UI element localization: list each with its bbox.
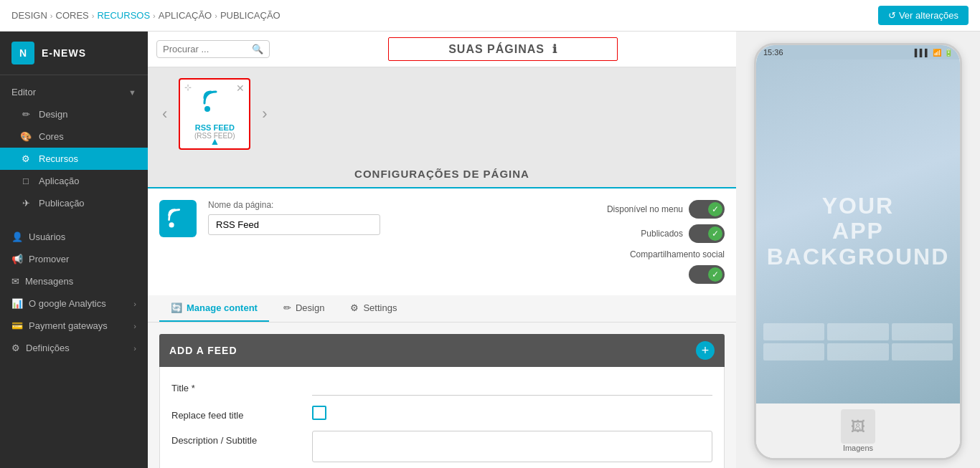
grid-cell-5 [827, 343, 888, 360]
signal-icon: ▌▌▌ [915, 49, 930, 57]
page-card-label: RSS FEED [195, 123, 235, 132]
page-config-body: Nome da página: Disponível no menu ✓ [148, 188, 736, 295]
breadcrumb-publicacao[interactable]: PUBLICAÇÃO [220, 10, 281, 21]
center-panel: 🔍 SUAS PÁGINAS ℹ ‹ ⊹ [148, 32, 736, 468]
mensagens-icon: ✉ [11, 276, 19, 287]
design-icon: ✏ [20, 109, 32, 120]
page-name-label: Nome da página: [208, 200, 595, 210]
sidebar-item-cores[interactable]: 🎨 Cores [0, 125, 148, 148]
breadcrumb-design[interactable]: DESIGN [11, 10, 47, 21]
analytics-label: O google Analytics [29, 298, 106, 309]
feed-field-row-replace: Replace feed title [171, 406, 712, 421]
sidebar-item-label: Publicação [39, 198, 85, 209]
breadcrumb-recursos[interactable]: RECURSOS [97, 10, 150, 21]
toggle-published-switch[interactable]: ✓ [689, 224, 725, 243]
page-name-input[interactable] [208, 214, 380, 235]
breadcrumb-aplicacao[interactable]: APLICAÇÃO [159, 10, 212, 21]
page-icon-box [159, 200, 197, 237]
toggle-social-switch[interactable]: ✓ [689, 265, 725, 284]
pages-header: 🔍 SUAS PÁGINAS ℹ [148, 32, 736, 67]
phone-image-wrapper: 🖼 Imagens [841, 409, 875, 452]
grid-cell-6 [892, 343, 953, 360]
manage-content-icon: 🔄 [171, 302, 182, 313]
phone-time: 15:36 [763, 48, 783, 57]
sidebar-mensagens[interactable]: ✉Mensagens [0, 270, 148, 292]
breadcrumb-sep-2: › [92, 11, 95, 20]
search-box[interactable]: 🔍 [156, 40, 270, 58]
sidebar-usuarios[interactable]: 👤Usuários [0, 226, 148, 248]
sidebar-promover[interactable]: 📢Promover [0, 248, 148, 270]
carousel-prev-button[interactable]: ‹ [156, 105, 173, 123]
tab-design[interactable]: ✏ Design [272, 295, 336, 322]
sidebar-payment[interactable]: 💳Payment gateways › [0, 315, 148, 337]
description-textarea[interactable] [312, 431, 712, 462]
pages-title-wrapper: SUAS PÁGINAS ℹ [278, 37, 727, 61]
phone-status-icons: ▌▌▌ 📶 🔋 [915, 49, 953, 57]
sidebar-analytics[interactable]: 📊O google Analytics › [0, 292, 148, 315]
feed-body: Title * Replace feed title Description /… [159, 367, 725, 468]
svg-point-1 [169, 222, 174, 227]
page-card-arrow-down-icon: ▲ [209, 135, 220, 147]
sidebar-editor-section: Editor ▼ ✏ Design 🎨 Cores ⚙ Recursos □ A… [0, 75, 148, 220]
toggle-social-label: Compartilhamento social [630, 249, 725, 259]
wifi-icon: 📶 [933, 49, 941, 57]
tab-manage-content[interactable]: 🔄 Manage content [159, 295, 269, 322]
promover-label: Promover [29, 254, 69, 264]
phone-grid [763, 323, 953, 360]
ver-alteracoes-button[interactable]: ↺ Ver alterações [878, 6, 969, 25]
info-icon: ℹ [552, 43, 557, 55]
sidebar-item-label: Design [39, 109, 67, 120]
grid-cell-1 [763, 323, 824, 340]
phone-preview-panel: 15:36 ▌▌▌ 📶 🔋 YOURAPPBACKGROUND [736, 32, 980, 468]
content-area: 🔍 SUAS PÁGINAS ℹ ‹ ⊹ [148, 32, 980, 468]
sidebar-item-aplicacao[interactable]: □ Aplicação [0, 170, 148, 192]
chevron-down-icon: ▼ [128, 88, 136, 97]
breadcrumb-sep-3: › [153, 11, 156, 20]
feed-title-input[interactable] [312, 378, 712, 396]
description-label: Description / Subtitle [171, 431, 301, 446]
toggle-menu-switch[interactable]: ✓ [689, 200, 725, 219]
carousel-next-button[interactable]: › [256, 105, 273, 123]
sidebar-item-label: Recursos [39, 153, 78, 164]
chevron-right-icon-3: › [133, 344, 136, 353]
sidebar-definicoes[interactable]: ⚙Definições › [0, 337, 148, 359]
sidebar-item-design[interactable]: ✏ Design [0, 103, 148, 125]
sidebar-editor-group[interactable]: Editor ▼ [0, 81, 148, 103]
usuarios-icon: 👤 [11, 231, 23, 242]
analytics-icon: 📊 [11, 298, 23, 309]
feed-add-button[interactable]: + [696, 341, 715, 360]
recursos-icon: ⚙ [20, 153, 32, 164]
toggle-menu-label: Disponível no menu [607, 204, 683, 214]
app-name: E-NEWS [42, 47, 86, 59]
page-config: CONFIGURAÇÕES DE PÁGINA Nome da página: [148, 161, 736, 295]
page-card-rss[interactable]: ⊹ ✕ RSS FEED (RSS FEED) ▲ [179, 78, 250, 150]
page-card-icons: ⊹ ✕ [184, 82, 245, 94]
close-icon[interactable]: ✕ [236, 82, 245, 94]
chevron-right-icon: › [133, 300, 136, 308]
definicoes-icon: ⚙ [11, 343, 20, 353]
phone-bottom-bar: 🖼 Imagens [756, 403, 960, 458]
phone-image-placeholder: 🖼 [841, 409, 875, 444]
feed-header-label: ADD A FEED [169, 345, 237, 356]
feed-field-row-title: Title * [171, 378, 712, 396]
sidebar-item-publicacao[interactable]: ✈ Publicação [0, 192, 148, 214]
breadcrumb-cores[interactable]: CORES [56, 10, 89, 21]
svg-point-0 [204, 106, 210, 112]
tab-settings[interactable]: ⚙ Settings [339, 295, 408, 322]
search-input[interactable] [163, 44, 249, 54]
top-bar: DESIGN › CORES › RECURSOS › APLICAÇÃO › … [0, 0, 980, 32]
grid-cell-3 [892, 323, 953, 340]
feed-title-label: Title * [171, 378, 301, 393]
sidebar-item-recursos[interactable]: ⚙ Recursos [0, 148, 148, 170]
battery-icon: 🔋 [944, 49, 953, 57]
editor-area: 🔍 SUAS PÁGINAS ℹ ‹ ⊹ [148, 32, 980, 468]
grid-cell-2 [827, 323, 888, 340]
search-icon: 🔍 [252, 44, 263, 54]
replace-feed-checkbox[interactable] [312, 406, 326, 420]
suas-paginas-title: SUAS PÁGINAS ℹ [388, 37, 618, 61]
feed-field-row-description: Description / Subtitle [171, 431, 712, 462]
sidebar-item-label: Aplicação [39, 176, 79, 186]
publicacao-icon: ✈ [20, 198, 32, 209]
feed-section: ADD A FEED + Title * Replace feed title [148, 323, 736, 468]
tab-settings-label: Settings [363, 302, 397, 313]
